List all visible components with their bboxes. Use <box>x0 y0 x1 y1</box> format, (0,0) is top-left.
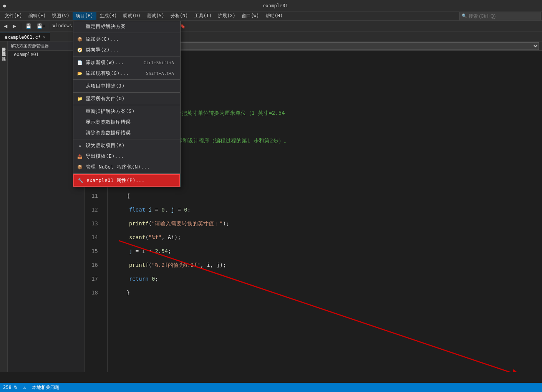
code-line-12: float i = 0 , j = 0 ; <box>114 203 542 217</box>
ln-13: 13 <box>85 217 103 230</box>
manage-nuget-icon: 📦 <box>76 165 83 170</box>
code-line-14: scanf ( "%f" , &i); <box>114 230 542 244</box>
activity-teamexplorer[interactable]: 团队资源管理器 <box>0 48 7 51</box>
activity-bar: 解决方案资源管理器 团队资源管理器 属性 <box>0 41 8 372</box>
dropdown-item-add-existing[interactable]: 📂 添加现有项(G)... Shift+Alt+A <box>73 68 180 79</box>
ln-15: 15 <box>85 244 103 258</box>
menu-project[interactable]: 项目(P) <box>73 12 96 20</box>
toolbar-save[interactable]: 💾 <box>23 23 34 30</box>
code-line-17: return 0 ; <box>114 272 542 286</box>
code-line-13: printf ( "请输入需要转换的英寸值：" ); <box>114 217 542 230</box>
code-line-15: j = i * 2.54 ; <box>114 244 542 258</box>
activity-properties[interactable]: 属性 <box>0 52 7 55</box>
activity-solution-explorer[interactable]: 解决方案资源管理器 <box>0 43 7 46</box>
menu-extensions[interactable]: 扩展(X) <box>215 12 239 20</box>
ln-14: 14 <box>85 230 103 244</box>
dropdown-item-properties[interactable]: 🔧 example01 属性(P)... <box>73 174 180 187</box>
dropdown-item-show-db-errors[interactable]: 显示浏览数据库错误 <box>73 117 180 127</box>
dropdown-item-class-wizard[interactable]: 🧭 类向导(Z)... <box>73 45 180 55</box>
toolbar-back[interactable]: ◀ <box>2 23 10 30</box>
dropdown-sep-2 <box>73 56 180 56</box>
dropdown-item-clear-db-errors[interactable]: 清除浏览数据库错误 <box>73 127 180 138</box>
status-issue-label: 本地相关问题 <box>32 384 60 391</box>
menu-help[interactable]: 帮助(H) <box>262 12 286 20</box>
add-class-icon: 📦 <box>76 37 83 42</box>
menu-view[interactable]: 视图(V) <box>49 12 73 20</box>
solution-item-label: example01 <box>14 52 39 57</box>
toolbar-save-all[interactable]: 💾+ <box>35 23 48 30</box>
tab-label: example001.c* <box>5 35 41 40</box>
search-icon: 🔍 <box>462 13 467 18</box>
ln-12: 12 <box>85 203 103 217</box>
dropdown-item-retarget[interactable]: 重定目标解决方案 <box>73 21 180 32</box>
menu-test[interactable]: 测试(S) <box>144 12 167 20</box>
dropdown-item-rescan[interactable]: 重新扫描解决方案(S) <box>73 106 180 117</box>
dropdown-sep-5 <box>73 105 180 105</box>
dropdown-item-add-new[interactable]: 📄 添加新项(W)... Ctrl+Shift+A <box>73 57 180 68</box>
menu-edit[interactable]: 编辑(E) <box>25 12 49 20</box>
scope-select2[interactable]: (全局范围) <box>124 42 539 50</box>
export-template-icon: 📤 <box>76 154 83 159</box>
dropdown-item-export-template[interactable]: 📤 导出模板(E)... <box>73 151 180 162</box>
code-line-18: } <box>114 286 542 299</box>
tab-close-button[interactable]: ✕ <box>43 35 45 39</box>
add-new-icon: 📄 <box>76 60 83 65</box>
status-bar: 258 % ⚠ 本地相关问题 <box>0 383 542 392</box>
add-existing-icon: 📂 <box>76 71 83 76</box>
title-bar-title: example01 <box>263 3 288 8</box>
dropdown-sep-7 <box>73 173 180 174</box>
dropdown-sep-4 <box>73 92 180 93</box>
dropdown-item-exclude[interactable]: 从项目中排除(J) <box>73 81 180 91</box>
set-startup-icon: ⚙ <box>76 143 83 148</box>
code-line-11: { <box>114 189 542 203</box>
dropdown-sep-1 <box>73 33 180 33</box>
dropdown-item-set-startup[interactable]: ⚙ 设为启动项目(A) <box>73 140 180 151</box>
app-icon: ● <box>3 3 6 8</box>
dropdown-sep-6 <box>73 139 180 139</box>
menu-window[interactable]: 窗口(W) <box>239 12 262 20</box>
class-wizard-icon: 🧭 <box>76 48 83 53</box>
project-dropdown-menu: 重定目标解决方案 📦 添加类(C)... 🧭 类向导(Z)... 📄 添加新项(… <box>73 21 181 187</box>
menu-tools[interactable]: 工具(T) <box>191 12 215 20</box>
tab-example001[interactable]: example001.c* ✕ <box>0 33 50 41</box>
dropdown-sep-3 <box>73 79 180 80</box>
toolbar-separator-2 <box>50 23 50 30</box>
properties-icon: 🔧 <box>77 178 84 183</box>
title-bar: ● example01 <box>0 0 542 12</box>
ln-16: 16 <box>85 258 103 272</box>
search-input[interactable] <box>469 13 538 19</box>
dropdown-item-manage-nuget[interactable]: 📦 管理 NuGet 程序包(N)... <box>73 162 180 172</box>
toolbar-forward[interactable]: ▶ <box>10 23 18 30</box>
status-zoom: 258 % <box>3 385 17 390</box>
status-issue: ⚠ <box>23 385 26 390</box>
code-line-16: printf ( "%.2f的值为%.2f" , i, j); <box>114 258 542 272</box>
show-all-icon: 📁 <box>76 96 83 101</box>
ln-18: 18 <box>85 286 103 299</box>
menu-build[interactable]: 生成(B) <box>96 12 120 20</box>
menu-bar: 文件(F) 编辑(E) 视图(V) 项目(P) 生成(B) 调试(D) 测试(S… <box>0 12 542 21</box>
ln-11: 11 <box>85 189 103 203</box>
menu-analyze[interactable]: 分析(N) <box>167 12 191 20</box>
menu-debug[interactable]: 调试(D) <box>120 12 144 20</box>
ln-17: 17 <box>85 272 103 286</box>
dropdown-item-add-class[interactable]: 📦 添加类(C)... <box>73 34 180 45</box>
menu-file[interactable]: 文件(F) <box>2 12 25 20</box>
toolbar-separator-1 <box>21 23 21 30</box>
dropdown-item-show-all[interactable]: 📁 显示所有文件(O) <box>73 93 180 104</box>
